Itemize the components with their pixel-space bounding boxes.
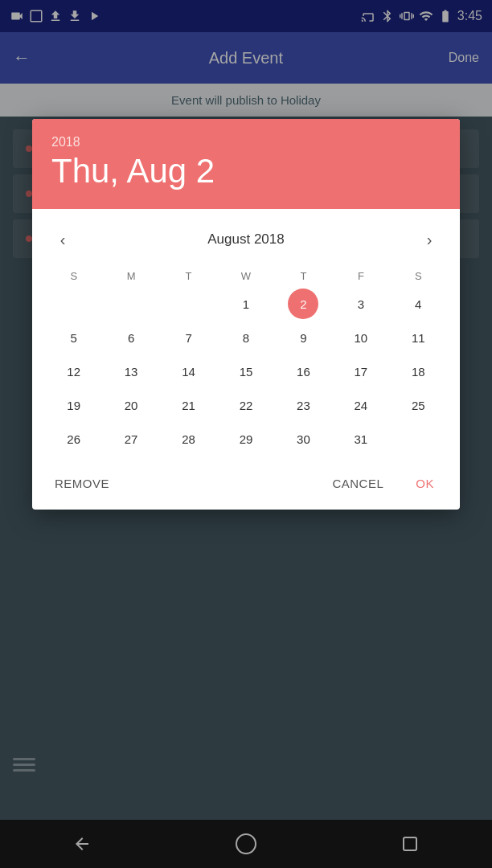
day-header-wed: W (217, 267, 274, 285)
cal-day-24[interactable]: 24 (346, 390, 376, 420)
cal-day-14[interactable]: 14 (174, 356, 204, 387)
calendar-grid: 1 2 3 4 5 6 7 8 9 10 11 12 13 14 15 16 1… (45, 289, 447, 454)
day-header-tue: T (160, 267, 217, 285)
cal-day-23[interactable]: 23 (288, 390, 318, 420)
cal-day-2[interactable]: 2 (288, 289, 318, 319)
cal-empty-3 (174, 289, 204, 319)
cal-day-21[interactable]: 21 (174, 390, 204, 420)
cancel-button[interactable]: CANCEL (319, 470, 396, 497)
cal-day-8[interactable]: 8 (231, 322, 261, 353)
cal-day-19[interactable]: 19 (59, 390, 89, 420)
day-header-sat: S (390, 267, 447, 285)
cal-day-4[interactable]: 4 (403, 289, 433, 319)
cal-day-1[interactable]: 1 (231, 289, 261, 319)
dialog-year: 2018 (51, 135, 441, 149)
cal-day-10[interactable]: 10 (346, 322, 376, 353)
ok-button[interactable]: OK (403, 470, 447, 497)
cal-day-26[interactable]: 26 (59, 424, 89, 454)
cal-day-12[interactable]: 12 (59, 356, 89, 387)
calendar-body: ‹ August 2018 › S M T W T F S 1 2 3 4 5 … (32, 209, 460, 461)
cal-day-18[interactable]: 18 (403, 356, 433, 387)
dialog-date: Thu, Aug 2 (51, 153, 441, 190)
cal-day-25[interactable]: 25 (403, 390, 433, 420)
cal-day-29[interactable]: 29 (231, 424, 261, 454)
dialog-header: 2018 Thu, Aug 2 (32, 119, 460, 209)
cal-day-15[interactable]: 15 (231, 356, 261, 387)
month-nav: ‹ August 2018 › (45, 219, 447, 267)
dialog-footer: REMOVE CANCEL OK (32, 461, 460, 510)
cal-empty-1 (59, 289, 89, 319)
cal-empty-end (403, 424, 433, 454)
cal-day-27[interactable]: 27 (116, 424, 146, 454)
day-header-sun: S (45, 267, 102, 285)
day-header-thu: T (275, 267, 332, 285)
remove-button[interactable]: REMOVE (45, 470, 119, 497)
cal-day-30[interactable]: 30 (288, 424, 318, 454)
cal-day-9[interactable]: 9 (288, 322, 318, 353)
cal-day-16[interactable]: 16 (288, 356, 318, 387)
cal-day-17[interactable]: 17 (346, 356, 376, 387)
cal-day-13[interactable]: 13 (116, 356, 146, 387)
date-picker-dialog: 2018 Thu, Aug 2 ‹ August 2018 › S M T W … (32, 119, 460, 510)
day-header-fri: F (332, 267, 389, 285)
next-month-button[interactable]: › (415, 225, 444, 254)
cal-day-11[interactable]: 11 (403, 322, 433, 353)
cal-day-5[interactable]: 5 (59, 322, 89, 353)
day-header-mon: M (102, 267, 159, 285)
cal-day-28[interactable]: 28 (174, 424, 204, 454)
cal-day-6[interactable]: 6 (116, 322, 146, 353)
cal-day-7[interactable]: 7 (174, 322, 204, 353)
footer-right: CANCEL OK (319, 470, 447, 497)
cal-day-31[interactable]: 31 (346, 424, 376, 454)
cal-empty-2 (116, 289, 146, 319)
cal-day-22[interactable]: 22 (231, 390, 261, 420)
cal-day-20[interactable]: 20 (116, 390, 146, 420)
day-headers: S M T W T F S (45, 267, 447, 285)
month-title: August 2018 (207, 231, 284, 248)
cal-day-3[interactable]: 3 (346, 289, 376, 319)
prev-month-button[interactable]: ‹ (48, 225, 77, 254)
